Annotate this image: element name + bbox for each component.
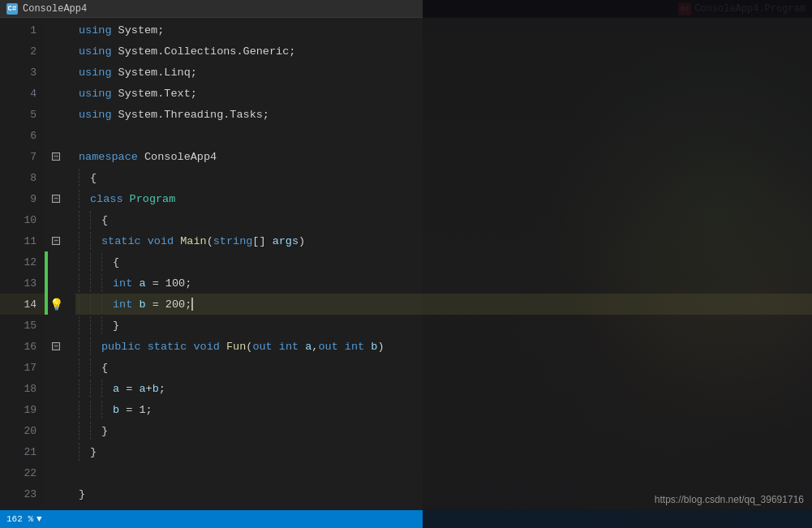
indent-cell — [64, 315, 75, 336]
code-token: System.Threading.Tasks; — [112, 109, 269, 121]
indent-cell — [64, 378, 75, 399]
code-token: , — [311, 341, 318, 353]
line-number: 2 — [0, 41, 45, 62]
code-line: { — [75, 209, 812, 230]
code-token: System; — [112, 24, 165, 36]
line-number: 17 — [0, 357, 45, 378]
indent-cell — [64, 273, 75, 294]
zoom-dropdown[interactable]: ▼ — [37, 514, 42, 524]
indent-cell — [64, 167, 75, 188]
marker-cell — [48, 462, 64, 483]
zoom-level: 162 % ▼ — [6, 514, 42, 524]
marker-cell[interactable]: − — [48, 230, 64, 251]
indent-guide — [101, 401, 113, 419]
marker-cell — [48, 378, 64, 399]
marker-cell[interactable]: − — [48, 188, 64, 209]
code-token: Program — [123, 193, 176, 205]
code-token: ConsoleApp4 — [138, 151, 217, 163]
line-number: 13 — [0, 273, 45, 294]
code-line: using System.Collections.Generic; — [75, 41, 812, 62]
code-token: int — [279, 341, 299, 353]
code-token: { — [101, 214, 108, 226]
line-number: 19 — [0, 399, 45, 420]
marker-cell — [48, 420, 64, 441]
code-line: int a = 100; — [75, 273, 812, 294]
fold-box[interactable]: − — [52, 342, 60, 350]
code-line: { — [75, 251, 812, 273]
indent-guide — [79, 274, 90, 292]
code-token: using — [79, 24, 112, 36]
code-token: public — [101, 341, 141, 353]
marker-cell[interactable]: 💡 — [48, 294, 64, 315]
fold-box[interactable]: − — [52, 195, 60, 203]
indent-guide — [90, 274, 101, 292]
indent-cell — [64, 336, 75, 357]
marker-cell — [48, 125, 64, 146]
indent-guide — [79, 169, 90, 187]
marker-cell[interactable]: − — [48, 146, 64, 167]
code-line: int b = 200; — [75, 294, 812, 315]
code-token: b — [113, 404, 119, 416]
code-line: } — [75, 420, 812, 441]
indent-guide — [79, 190, 90, 208]
code-token — [220, 341, 226, 353]
line-number: 18 — [0, 378, 45, 399]
indent-cell — [64, 62, 75, 83]
dropdown-arrow[interactable]: ▼ — [37, 514, 42, 524]
code-token: b — [139, 298, 145, 311]
indent-cell — [64, 230, 75, 251]
indent-cell — [64, 462, 75, 483]
code-token: a — [305, 341, 311, 353]
code-token — [132, 277, 139, 290]
code-token: + — [146, 383, 153, 395]
code-token: a — [139, 383, 145, 395]
code-line: { — [75, 357, 812, 378]
app-icon: C# — [6, 3, 18, 15]
code-token: namespace — [79, 151, 138, 163]
line-number: 20 — [0, 420, 45, 441]
marker-cell — [48, 399, 64, 420]
code-token: ; — [159, 383, 165, 395]
code-token — [141, 235, 148, 247]
code-line: using System.Text; — [75, 83, 812, 104]
markers-col: −−−💡− — [48, 18, 64, 510]
code-token: ) — [377, 341, 384, 353]
indent-guide — [79, 211, 90, 229]
indent-guide — [79, 232, 90, 250]
code-line — [75, 125, 812, 146]
code-token: ) — [299, 235, 305, 247]
indent-guide — [79, 380, 90, 397]
code-area: 1234567891011121314151617181920212223 −−… — [0, 18, 812, 510]
code-token — [174, 235, 180, 247]
code-token: ( — [207, 235, 213, 247]
line-number: 12 — [0, 251, 45, 273]
indent-cell — [64, 188, 75, 209]
marker-cell — [48, 483, 64, 504]
line-number: 21 — [0, 441, 45, 462]
marker-cell — [48, 315, 64, 336]
code-token: int — [113, 298, 132, 311]
code-line: namespace ConsoleApp4 — [75, 146, 812, 167]
code-line: { — [75, 167, 812, 188]
code-token — [273, 341, 279, 353]
lightbulb-icon[interactable]: 💡 — [49, 298, 63, 311]
indent-guide — [90, 295, 101, 313]
marker-cell — [48, 62, 64, 83]
indent-cell — [64, 41, 75, 62]
marker-cell — [48, 41, 64, 62]
indent-guide — [101, 274, 113, 292]
marker-cell[interactable]: − — [48, 336, 64, 357]
code-content[interactable]: using System;using System.Collections.Ge… — [75, 18, 812, 510]
indent-cell — [64, 104, 75, 125]
fold-box[interactable]: − — [52, 152, 60, 161]
code-token: System.Linq; — [112, 67, 197, 79]
text-cursor — [191, 298, 193, 311]
line-number: 14 — [0, 294, 45, 315]
code-token: { — [101, 362, 108, 374]
code-line: static void Main(string[] args) — [75, 230, 812, 251]
line-number: 9 — [0, 188, 45, 209]
marker-cell — [48, 83, 64, 104]
fold-box[interactable]: − — [52, 237, 60, 245]
code-token: out — [252, 341, 272, 353]
code-lines: using System;using System.Collections.Ge… — [75, 18, 812, 504]
